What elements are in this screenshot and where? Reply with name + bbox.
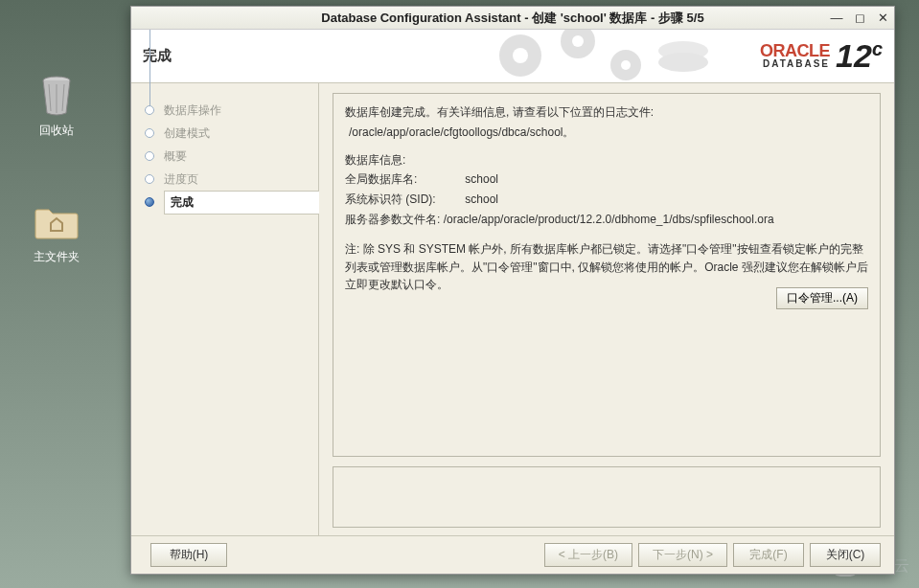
step-summary: 概要 <box>145 145 318 168</box>
close-button[interactable]: ✕ <box>875 11 890 26</box>
trash-icon <box>34 73 80 119</box>
next-button: 下一步(N) > <box>638 543 727 567</box>
svg-point-7 <box>572 35 584 47</box>
desktop-home-folder[interactable]: 主文件夹 <box>23 199 90 265</box>
main-panel: 数据库创建完成。有关详细信息, 请查看以下位置的日志文件: /oracle/ap… <box>319 83 894 535</box>
dbca-window: Database Configuration Assistant - 创建 's… <box>130 6 895 575</box>
help-button[interactable]: 帮助(H) <box>150 543 227 567</box>
wizard-sidebar: 数据库操作 创建模式 概要 进度页 完成 <box>131 83 319 535</box>
back-button: < 上一步(B) <box>544 543 632 567</box>
summary-box <box>333 466 881 528</box>
completion-line1: 数据库创建完成。有关详细信息, 请查看以下位置的日志文件: <box>345 103 868 122</box>
folder-home-icon <box>34 199 80 245</box>
completion-info: 数据库创建完成。有关详细信息, 请查看以下位置的日志文件: /oracle/ap… <box>333 93 881 457</box>
lock-note: 注: 除 SYS 和 SYSTEM 帐户外, 所有数据库帐户都已锁定。请选择"口… <box>345 240 868 294</box>
window-title: Database Configuration Assistant - 创建 's… <box>131 10 894 27</box>
maximize-button[interactable]: ◻ <box>852 11 867 26</box>
step-db-operations: 数据库操作 <box>145 99 318 122</box>
minimize-button[interactable]: — <box>829 11 844 26</box>
close-wizard-button[interactable]: 关闭(C) <box>810 543 881 567</box>
svg-point-9 <box>621 60 631 70</box>
step-finish: 完成 <box>145 191 318 214</box>
password-management-button[interactable]: 口令管理...(A) <box>776 287 868 309</box>
db-info-header: 数据库信息: <box>345 151 868 170</box>
svg-point-11 <box>658 53 708 72</box>
oracle-logo: ORACLE DATABASE 12c <box>760 39 883 72</box>
page-title: 完成 <box>143 47 172 65</box>
finish-button: 完成(F) <box>733 543 804 567</box>
wizard-footer: 帮助(H) < 上一步(B) 下一步(N) > 完成(F) 关闭(C) <box>131 535 894 574</box>
row-spfile: 服务器参数文件名: /oracle/app/oracle/product/12.… <box>345 211 868 229</box>
step-progress: 进度页 <box>145 168 318 191</box>
gears-decoration <box>482 30 731 83</box>
row-global-db-name: 全局数据库名: school <box>345 170 868 189</box>
step-create-mode: 创建模式 <box>145 122 318 145</box>
desktop-home-label: 主文件夹 <box>23 249 90 265</box>
log-path: /oracle/app/oracle/cfgtoollogs/dbca/scho… <box>345 124 868 142</box>
desktop-trash-label: 回收站 <box>23 123 90 139</box>
desktop-trash[interactable]: 回收站 <box>23 73 90 139</box>
header-band: 完成 ORACLE DATABASE 12c <box>131 30 894 83</box>
row-sid: 系统标识符 (SID): school <box>345 191 868 209</box>
titlebar[interactable]: Database Configuration Assistant - 创建 's… <box>131 7 894 30</box>
svg-point-5 <box>513 48 528 63</box>
